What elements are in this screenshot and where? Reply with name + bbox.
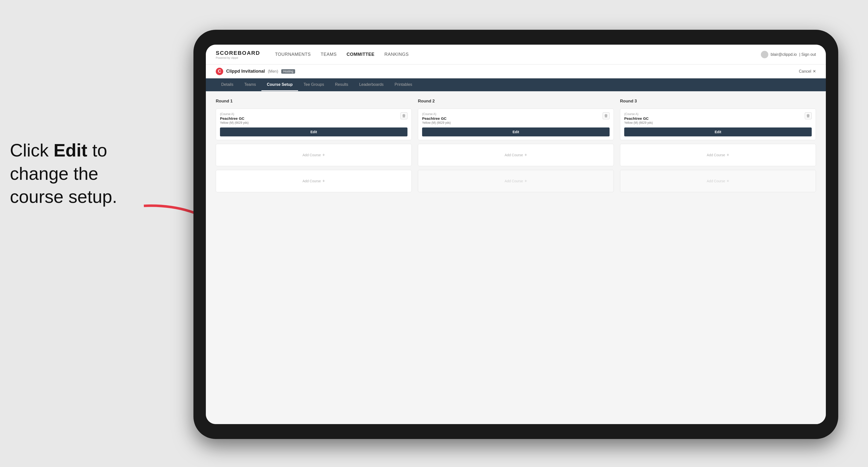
user-email: blair@clippd.io <box>771 52 797 57</box>
add-course-card-r2-2: Add Course + <box>418 170 614 192</box>
course-card-header: (Course A) Peachtree GC Yellow (M) (6629… <box>216 109 411 125</box>
logo-sub: Powered by clippd <box>216 56 260 59</box>
add-course-label: Add Course + <box>707 179 729 184</box>
round-1-course-card: (Course A) Peachtree GC Yellow (M) (6629… <box>216 108 412 140</box>
tab-details[interactable]: Details <box>216 79 239 91</box>
add-course-card-r3-1[interactable]: Add Course + <box>620 144 816 166</box>
course-info: (Course A) Peachtree GC Yellow (M) (6629… <box>220 112 401 125</box>
add-course-text: Add Course <box>707 153 725 157</box>
rounds-grid: Round 1 (Course A) Peachtree GC Yellow (… <box>216 99 816 192</box>
add-course-text: Add Course <box>505 179 523 183</box>
delete-course-icon[interactable]: 🗑 <box>401 112 407 119</box>
plus-icon: + <box>322 179 325 184</box>
tab-results[interactable]: Results <box>330 79 354 91</box>
c-logo: C <box>216 68 223 75</box>
top-nav: SCOREBOARD Powered by clippd TOURNAMENTS… <box>206 44 826 64</box>
trash-icon: 🗑 <box>604 114 608 118</box>
round-1-column: Round 1 (Course A) Peachtree GC Yellow (… <box>216 99 412 192</box>
trash-icon: 🗑 <box>402 114 406 118</box>
cancel-button[interactable]: Cancel ✕ <box>799 69 816 74</box>
edit-round-3-button[interactable]: Edit <box>624 127 812 136</box>
round-3-title: Round 3 <box>620 99 816 104</box>
add-course-text: Add Course <box>707 179 725 183</box>
round-2-column: Round 2 (Course A) Peachtree GC Yellow (… <box>418 99 614 192</box>
plus-icon: + <box>726 179 730 184</box>
course-detail: Yellow (M) (6629 yds) <box>624 121 805 125</box>
add-course-text: Add Course <box>303 179 321 183</box>
course-detail: Yellow (M) (6629 yds) <box>220 121 401 125</box>
course-name: Peachtree GC <box>422 116 602 121</box>
cancel-icon: ✕ <box>813 69 816 74</box>
sign-out[interactable]: | Sign out <box>799 52 816 57</box>
round-3-column: Round 3 (Course A) Peachtree GC Yellow (… <box>620 99 816 192</box>
logo-top: SCOREBOARD <box>216 50 260 56</box>
round-1-title: Round 1 <box>216 99 412 104</box>
round-2-course-card: (Course A) Peachtree GC Yellow (M) (6629… <box>418 108 614 140</box>
tablet-frame: SCOREBOARD Powered by clippd TOURNAMENTS… <box>193 30 838 439</box>
add-course-card-r1-1[interactable]: Add Course + <box>216 144 412 166</box>
nav-links: TOURNAMENTS TEAMS COMMITTEE RANKINGS <box>275 51 748 58</box>
edit-round-2-button[interactable]: Edit <box>422 127 610 136</box>
tournament-name: Clippd Invitational <box>226 69 265 74</box>
course-name: Peachtree GC <box>220 116 401 121</box>
add-course-text: Add Course <box>303 153 321 157</box>
add-course-label: Add Course + <box>303 153 325 158</box>
tablet-screen: SCOREBOARD Powered by clippd TOURNAMENTS… <box>206 44 826 424</box>
add-course-card-r2-1[interactable]: Add Course + <box>418 144 614 166</box>
tournament-title: C Clippd Invitational (Men) Hosting <box>216 68 295 75</box>
nav-committee[interactable]: COMMITTEE <box>347 51 375 58</box>
plus-icon: + <box>322 153 325 158</box>
add-course-label: Add Course + <box>303 179 325 184</box>
user-avatar <box>761 51 768 58</box>
add-course-label: Add Course + <box>505 179 527 184</box>
add-course-label: Add Course + <box>707 153 729 158</box>
course-card-header: (Course A) Peachtree GC Yellow (M) (6629… <box>620 109 816 125</box>
instruction-text: Click Edit tochange thecourse setup. <box>10 139 117 209</box>
delete-course-icon[interactable]: 🗑 <box>805 112 812 119</box>
instruction-bold: Edit <box>54 141 87 160</box>
plus-icon: + <box>525 179 527 184</box>
main-content: Round 1 (Course A) Peachtree GC Yellow (… <box>206 91 826 424</box>
course-label: (Course A) <box>422 112 602 116</box>
course-name: Peachtree GC <box>624 116 805 121</box>
tab-teams[interactable]: Teams <box>239 79 261 91</box>
tab-bar: Details Teams Course Setup Tee Groups Re… <box>206 79 826 91</box>
round-3-course-card: (Course A) Peachtree GC Yellow (M) (6629… <box>620 108 816 140</box>
nav-right: blair@clippd.io | Sign out <box>761 51 816 58</box>
hosting-badge: Hosting <box>281 69 296 74</box>
edit-round-1-button[interactable]: Edit <box>220 127 407 136</box>
tab-printables[interactable]: Printables <box>389 79 417 91</box>
course-detail: Yellow (M) (6629 yds) <box>422 121 602 125</box>
plus-icon: + <box>726 153 730 158</box>
add-course-label: Add Course + <box>505 153 527 158</box>
course-info: (Course A) Peachtree GC Yellow (M) (6629… <box>624 112 805 125</box>
nav-tournaments[interactable]: TOURNAMENTS <box>275 51 311 58</box>
cancel-label: Cancel <box>799 69 811 74</box>
course-label: (Course A) <box>624 112 805 116</box>
course-info: (Course A) Peachtree GC Yellow (M) (6629… <box>422 112 602 125</box>
sub-header: C Clippd Invitational (Men) Hosting Canc… <box>206 64 826 79</box>
course-card-header: (Course A) Peachtree GC Yellow (M) (6629… <box>418 109 614 125</box>
tournament-gender: (Men) <box>268 69 278 74</box>
add-course-card-r1-2[interactable]: Add Course + <box>216 170 412 192</box>
add-course-text: Add Course <box>505 153 523 157</box>
trash-icon: 🗑 <box>806 114 810 118</box>
nav-teams[interactable]: TEAMS <box>321 51 337 58</box>
add-course-card-r3-2: Add Course + <box>620 170 816 192</box>
scoreboard-logo: SCOREBOARD Powered by clippd <box>216 50 260 59</box>
tab-leaderboards[interactable]: Leaderboards <box>354 79 389 91</box>
plus-icon: + <box>525 153 527 158</box>
tab-course-setup[interactable]: Course Setup <box>261 79 298 91</box>
tab-tee-groups[interactable]: Tee Groups <box>298 79 330 91</box>
nav-rankings[interactable]: RANKINGS <box>384 51 409 58</box>
course-label: (Course A) <box>220 112 401 116</box>
round-2-title: Round 2 <box>418 99 614 104</box>
delete-course-icon[interactable]: 🗑 <box>602 112 610 119</box>
